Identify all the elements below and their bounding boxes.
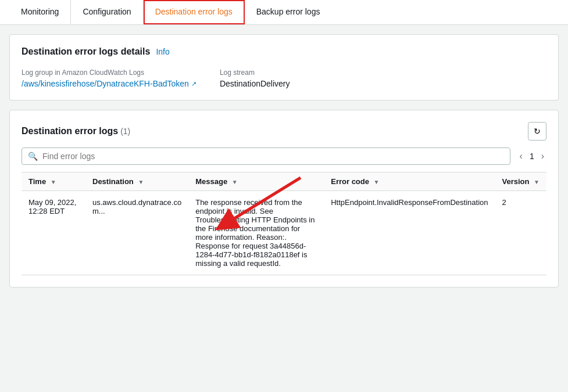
- cell-version: 2: [495, 191, 547, 275]
- logs-table: Time ▼ Destination ▼ Message ▼ Error c: [22, 172, 546, 275]
- sort-icon-error-code: ▼: [374, 179, 380, 185]
- cell-error-code: HttpEndpoint.InvalidResponseFromDestinat…: [324, 191, 495, 275]
- log-group-label: Log group in Amazon CloudWatch Logs: [22, 69, 197, 77]
- sort-icon-destination: ▼: [138, 179, 144, 185]
- tab-configuration[interactable]: Configuration: [71, 0, 143, 24]
- search-input[interactable]: [42, 152, 504, 161]
- prev-page-button[interactable]: ‹: [517, 150, 525, 163]
- logs-card-title: Destination error logs: [22, 126, 118, 136]
- details-grid: Log group in Amazon CloudWatch Logs /aws…: [22, 69, 546, 88]
- tab-monitoring[interactable]: Monitoring: [9, 0, 71, 24]
- col-header-time[interactable]: Time ▼: [22, 172, 85, 191]
- details-card-header: Destination error logs details Info: [22, 46, 546, 57]
- sort-icon-time: ▼: [51, 179, 56, 185]
- col-header-error-code[interactable]: Error code ▼: [324, 172, 495, 191]
- search-box[interactable]: 🔍: [22, 148, 510, 165]
- table-header-row: Time ▼ Destination ▼ Message ▼ Error c: [22, 172, 546, 191]
- log-group-value: /aws/kinesisfirehose/DynatraceKFH-BadTok…: [22, 79, 189, 88]
- logs-title-group: Destination error logs (1): [22, 126, 130, 136]
- table-container: Time ▼ Destination ▼ Message ▼ Error c: [22, 172, 546, 275]
- info-link[interactable]: Info: [156, 47, 169, 56]
- refresh-button[interactable]: ↻: [528, 122, 546, 141]
- cell-message: The response received from the endpoint …: [188, 191, 324, 275]
- search-icon: 🔍: [28, 152, 38, 161]
- external-link-icon: ↗: [191, 80, 197, 88]
- tab-backup-error-logs[interactable]: Backup error logs: [245, 0, 332, 24]
- col-header-version[interactable]: Version ▼: [495, 172, 547, 191]
- log-group-item: Log group in Amazon CloudWatch Logs /aws…: [22, 69, 197, 88]
- tab-bar: Monitoring Configuration Destination err…: [0, 0, 568, 25]
- col-header-message[interactable]: Message ▼: [188, 172, 324, 191]
- table-row: May 09, 2022, 12:28 EDT us.aws.cloud.dyn…: [22, 191, 546, 275]
- log-stream-item: Log stream DestinationDelivery: [220, 69, 290, 88]
- search-row: 🔍 ‹ 1 ›: [22, 148, 546, 165]
- sort-icon-version: ▼: [534, 179, 540, 185]
- log-group-link[interactable]: /aws/kinesisfirehose/DynatraceKFH-BadTok…: [22, 79, 197, 88]
- next-page-button[interactable]: ›: [539, 150, 546, 163]
- sort-icon-message: ▼: [232, 179, 238, 185]
- cell-time: May 09, 2022, 12:28 EDT: [22, 191, 85, 275]
- log-stream-label: Log stream: [220, 69, 290, 77]
- page-number: 1: [530, 152, 534, 161]
- main-content: Destination error logs details Info Log …: [0, 25, 568, 297]
- log-stream-value: DestinationDelivery: [220, 79, 290, 88]
- logs-card: Destination error logs (1) ↻ 🔍 ‹ 1 ›: [9, 110, 559, 287]
- pagination: ‹ 1 ›: [517, 150, 546, 163]
- logs-card-header: Destination error logs (1) ↻: [22, 122, 546, 141]
- col-header-destination[interactable]: Destination ▼: [85, 172, 188, 191]
- details-card-title: Destination error logs details: [22, 46, 150, 57]
- tab-destination-error-logs[interactable]: Destination error logs: [144, 0, 245, 24]
- cell-destination: us.aws.cloud.dynatrace.co m...: [85, 191, 188, 275]
- details-card: Destination error logs details Info Log …: [9, 34, 559, 100]
- logs-count-badge: (1): [120, 127, 130, 136]
